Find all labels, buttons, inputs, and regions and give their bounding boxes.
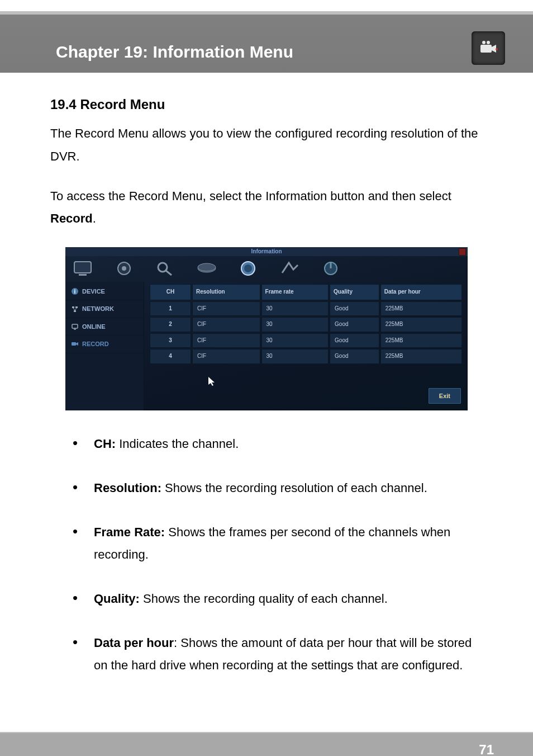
definition-term: CH:: [94, 437, 116, 451]
list-item: Quality: Shows the recording quality of …: [73, 588, 483, 611]
svg-point-9: [158, 263, 167, 272]
sidebar-item-label: ONLINE: [82, 321, 106, 332]
cell-quality: Good: [330, 317, 379, 332]
svg-rect-0: [480, 45, 492, 53]
sidebar-item-device[interactable]: i DEVICE: [65, 283, 144, 300]
definition-term: Quality:: [94, 592, 140, 606]
record-info-table: CH Resolution Frame rate Quality Data pe…: [149, 283, 463, 365]
online-small-icon: [71, 323, 79, 330]
cell-frame-rate: 30: [261, 333, 329, 348]
cell-data-per-hour: 225MB: [380, 317, 462, 332]
svg-rect-25: [74, 329, 76, 330]
svg-line-10: [166, 271, 172, 275]
definitions-list: CH: Indicates the channel.Resolution: Sh…: [50, 433, 483, 677]
sidebar-item-label: RECORD: [82, 338, 109, 349]
svg-point-3: [487, 41, 490, 44]
sidebar-item-record[interactable]: RECORD: [65, 336, 144, 353]
svg-rect-21: [74, 310, 76, 312]
col-frame-rate: Frame rate: [261, 284, 329, 300]
list-item: Resolution: Shows the recording resoluti…: [73, 477, 483, 500]
svg-marker-27: [76, 342, 78, 346]
definition-desc: Indicates the channel.: [116, 437, 239, 451]
svg-rect-6: [79, 274, 87, 276]
list-item: Data per hour: Shows the amount of data …: [73, 632, 483, 677]
list-item: Frame Rate: Shows the frames per second …: [73, 521, 483, 566]
definition-desc: Shows the recording resolution of each c…: [161, 481, 427, 495]
access-text-pre: To access the Record Menu, select the In…: [50, 189, 451, 203]
cell-ch: 2: [150, 317, 191, 332]
sidebar-item-label: DEVICE: [82, 286, 105, 297]
access-text-bold: Record: [50, 211, 93, 225]
definition-term: Frame Rate:: [94, 525, 165, 539]
table-row: 2CIF30Good225MB: [150, 317, 462, 332]
list-item: CH: Indicates the channel.: [73, 433, 483, 456]
svg-text:i: i: [74, 289, 76, 295]
alarm-icon[interactable]: [278, 259, 301, 277]
intro-paragraph: The Record Menu allows you to view the c…: [50, 122, 483, 168]
table-row: 3CIF30Good225MB: [150, 333, 462, 348]
power-icon[interactable]: [319, 259, 342, 277]
cell-ch: 1: [150, 301, 191, 316]
cell-frame-rate: 30: [261, 349, 329, 364]
dvr-sidebar: i DEVICE NETWORK ONLINE: [65, 282, 144, 410]
col-quality: Quality: [330, 284, 379, 300]
svg-line-22: [73, 308, 75, 310]
cursor-icon: [208, 377, 215, 390]
cell-ch: 3: [150, 333, 191, 348]
svg-point-12: [198, 263, 216, 271]
svg-marker-1: [492, 45, 496, 53]
page-footer: 71: [0, 732, 533, 756]
cell-data-per-hour: 225MB: [380, 333, 462, 348]
info-icon[interactable]: [236, 259, 260, 277]
svg-point-2: [482, 41, 486, 44]
close-icon[interactable]: [459, 248, 466, 256]
camera-icon: [472, 31, 505, 65]
page-content: 19.4 Record Menu The Record Menu allows …: [0, 73, 533, 732]
table-header-row: CH Resolution Frame rate Quality Data pe…: [150, 284, 462, 300]
svg-point-4: [496, 48, 498, 50]
chapter-header: Chapter 19: Information Menu: [0, 11, 533, 73]
cell-frame-rate: 30: [261, 301, 329, 316]
exit-button-label: Exit: [439, 393, 450, 399]
dvr-titlebar: Information: [65, 247, 468, 256]
record-small-icon: [71, 340, 79, 348]
network-small-icon: [71, 305, 79, 313]
search-icon[interactable]: [154, 259, 177, 277]
cell-resolution: CIF: [192, 349, 260, 364]
cell-resolution: CIF: [192, 301, 260, 316]
sidebar-item-online[interactable]: ONLINE: [65, 318, 144, 336]
sidebar-item-network[interactable]: NETWORK: [65, 300, 144, 318]
dvr-window: Information: [65, 247, 468, 410]
access-text-post: .: [93, 211, 96, 225]
exit-button[interactable]: Exit: [429, 388, 461, 404]
cell-frame-rate: 30: [261, 317, 329, 332]
svg-point-14: [244, 264, 252, 272]
cell-data-per-hour: 225MB: [380, 349, 462, 364]
display-icon[interactable]: [71, 259, 94, 277]
chapter-title: Chapter 19: Information Menu: [56, 42, 293, 62]
col-ch: CH: [150, 284, 191, 300]
table-row: 1CIF30Good225MB: [150, 301, 462, 316]
dvr-window-title: Information: [251, 247, 282, 257]
record-config-icon[interactable]: [112, 259, 136, 277]
cell-quality: Good: [330, 333, 379, 348]
access-paragraph: To access the Record Menu, select the In…: [50, 185, 483, 230]
cell-quality: Good: [330, 301, 379, 316]
svg-rect-5: [74, 262, 91, 273]
hdd-icon[interactable]: [195, 259, 218, 277]
dvr-main-panel: CH Resolution Frame rate Quality Data pe…: [144, 282, 468, 410]
cell-ch: 4: [150, 349, 191, 364]
svg-rect-24: [72, 324, 78, 328]
svg-line-23: [75, 308, 77, 310]
table-row: 4CIF30Good225MB: [150, 349, 462, 364]
definition-desc: Shows the recording quality of each chan…: [140, 592, 388, 606]
svg-rect-20: [75, 306, 78, 308]
svg-marker-28: [208, 377, 215, 386]
svg-rect-19: [72, 306, 74, 308]
cell-data-per-hour: 225MB: [380, 301, 462, 316]
definition-term: Data per hour: [94, 636, 174, 650]
svg-point-8: [122, 266, 126, 271]
svg-rect-26: [72, 342, 76, 346]
page-number: 71: [479, 742, 494, 756]
info-small-icon: i: [71, 287, 79, 295]
